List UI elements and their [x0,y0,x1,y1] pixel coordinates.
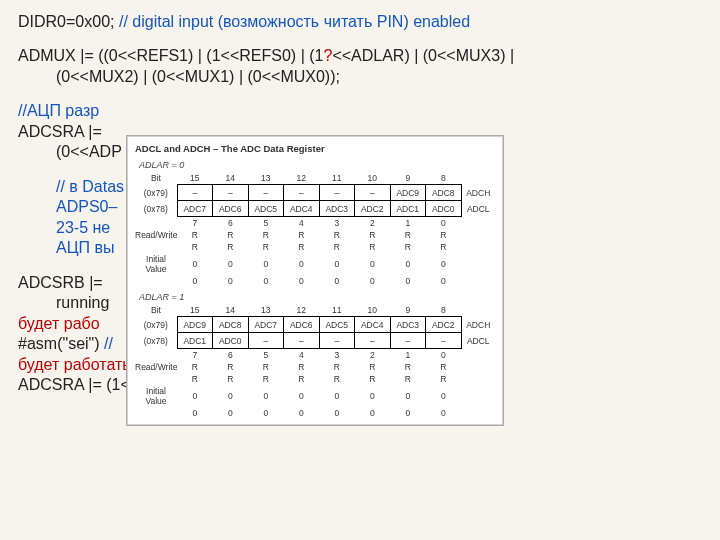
comment: // digital input (возможность читать PIN… [119,13,470,30]
bit-label: Bit [135,172,177,185]
code-line: #asm("sei") [18,335,100,352]
code-line: ADMUX |= (( [18,47,109,64]
comment: АЦП вы [56,239,114,256]
datasheet-figure: ADCL and ADCH – The ADC Data Register AD… [126,135,504,426]
adlar-label: ADLAR = 0 [139,160,495,170]
register-table-adlar0: Bit 15141312111098 (0x79) ––––––ADC9ADC8… [135,172,495,287]
code-line: running [56,294,109,311]
code-line: | [505,47,514,64]
comment: // в Datas [56,178,124,195]
code-line: DIDR0=0x00; [18,13,119,30]
code-line: ADCSRB |= [18,274,103,291]
code-line: ADCSRA |= [18,123,102,140]
code-line: (0<<ADP [56,143,122,160]
comment: // [104,335,113,352]
comment: ADPS0– [56,198,117,215]
code-line: будет рабо [18,315,100,332]
code-line: <<ADLAR) | (0<<MUX3) [332,47,505,64]
code-line: 0 [109,47,118,64]
code-line: будет работать? [18,356,140,373]
code-line: (0<<MUX2) | (0<<MUX1) | (0<<MUX0)); [56,68,340,85]
register-table-adlar1: Bit 15141312111098 (0x79) ADC9ADC8ADC7AD… [135,304,495,419]
comment: 23-5 не [56,219,110,236]
code-line: (1 [309,47,323,64]
comment: //АЦП разр [18,102,99,119]
adlar-label: ADLAR = 1 [139,292,495,302]
code-line: <<REFS1) | (1<<REFS0) | [118,47,310,64]
figure-title: ADCL and ADCH – The ADC Data Register [135,143,495,154]
